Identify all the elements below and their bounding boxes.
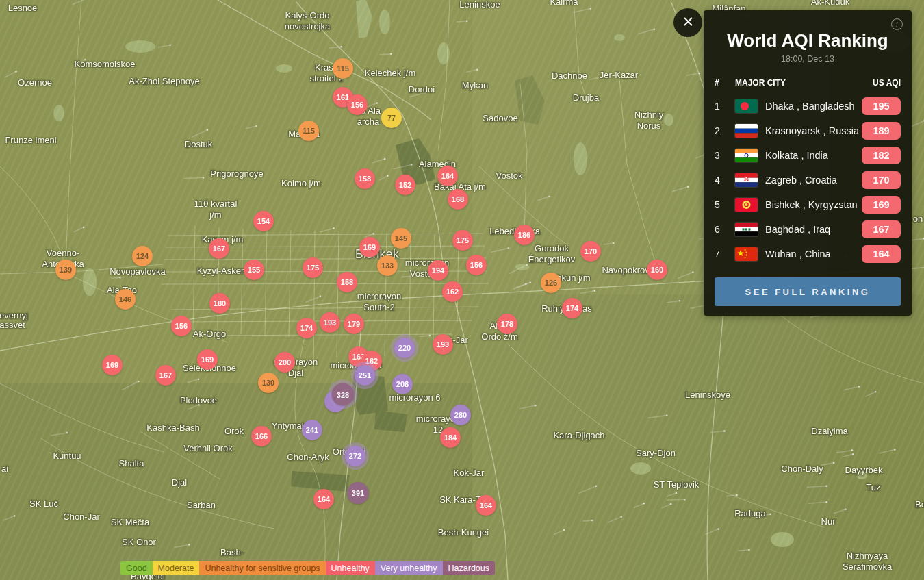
rank-number: 2 (715, 125, 735, 136)
ranking-table-header: # MAJOR CITY US AQI (715, 78, 901, 88)
aqi-marker[interactable]: 328 (332, 383, 355, 406)
aqi-marker[interactable]: 175 (452, 230, 473, 251)
aqi-marker[interactable]: 145 (391, 228, 411, 249)
aqi-marker[interactable]: 180 (209, 293, 230, 314)
aqi-marker[interactable]: 251 (355, 365, 375, 386)
aqi-marker[interactable]: 164 (313, 489, 334, 509)
rank-number: 4 (715, 175, 735, 186)
aqi-marker[interactable]: 164 (437, 166, 458, 186)
ranking-row[interactable]: 5Bishkek , Kyrgyzstan169 (704, 192, 912, 217)
rank-number: 5 (715, 199, 735, 210)
aqi-marker[interactable]: 162 (442, 281, 463, 302)
aqi-marker[interactable]: 280 (450, 405, 471, 425)
aqi-marker[interactable]: 124 (132, 246, 153, 266)
aqi-marker[interactable]: 174 (562, 298, 582, 318)
world-aqi-ranking-panel: i World AQI Ranking 18:00, Dec 13 # MAJO… (704, 10, 912, 316)
map-terrain-shade (0, 383, 472, 580)
info-icon[interactable]: i (891, 18, 903, 30)
ranking-row[interactable]: 7Wuhan , China164 (704, 242, 912, 266)
country-flag-iq (735, 223, 765, 236)
aqi-marker[interactable]: 155 (244, 260, 264, 280)
aqi-marker[interactable]: 156 (347, 94, 368, 115)
aqi-marker[interactable]: 130 (258, 373, 279, 393)
aqi-marker[interactable]: 169 (102, 355, 123, 375)
aqi-marker[interactable]: 115 (298, 121, 319, 141)
aqi-marker[interactable]: 126 (541, 273, 561, 293)
aqi-marker[interactable]: 186 (514, 225, 535, 245)
legend-item-unhealthy-for-sensitive-groups: Unhealthy for sensitive groups (199, 561, 325, 575)
country-flag-kg (735, 198, 765, 212)
legend-item-moderate: Moderate (153, 561, 200, 575)
aqi-marker[interactable]: 272 (345, 446, 365, 466)
column-city: MAJOR CITY (735, 78, 860, 88)
aqi-marker[interactable]: 241 (302, 420, 322, 440)
aqi-marker[interactable]: 193 (433, 334, 453, 355)
aqi-marker[interactable]: 168 (448, 189, 468, 210)
aqi-marker[interactable]: 158 (355, 168, 375, 189)
panel-title: World AQI Ranking (704, 30, 912, 51)
city-name: Bishkek , Kyrgyzstan (765, 199, 862, 210)
aqi-marker[interactable]: 156 (466, 255, 487, 275)
rank-number: 7 (715, 249, 735, 260)
aqi-marker[interactable]: 184 (440, 427, 461, 448)
aqi-badge: 169 (862, 196, 901, 214)
aqi-marker[interactable]: 391 (347, 482, 369, 504)
aqi-marker[interactable]: 167 (209, 238, 229, 259)
aqi-badge: 164 (862, 245, 901, 263)
aqi-marker[interactable]: 156 (171, 316, 192, 336)
aqi-map-app: LesnoeKalys-OrdonovostrojkaLeninskoeKair… (0, 0, 924, 580)
city-name: Wuhan , China (765, 249, 862, 260)
rank-number: 1 (715, 101, 735, 112)
city-name: Zagreb , Croatia (765, 175, 862, 186)
country-flag-hr (735, 173, 765, 187)
ranking-row[interactable]: 3Kolkata , India182 (704, 143, 912, 168)
rank-number: 6 (715, 224, 735, 235)
aqi-marker[interactable]: 170 (580, 241, 601, 262)
aqi-marker[interactable]: 208 (392, 374, 413, 394)
aqi-marker[interactable]: 194 (428, 260, 448, 281)
aqi-marker[interactable]: 164 (476, 495, 496, 516)
column-rank: # (715, 78, 735, 88)
close-ranking-button[interactable] (673, 8, 702, 37)
ranking-row[interactable]: 4Zagreb , Croatia170 (704, 168, 912, 192)
ranking-row[interactable]: 2Krasnoyarsk , Russia189 (704, 118, 912, 143)
country-flag-in (735, 149, 765, 162)
legend-item-very-unhealthy: Very unhealthy (375, 561, 443, 575)
city-name: Baghdad , Iraq (765, 224, 862, 235)
aqi-marker[interactable]: 200 (274, 352, 295, 373)
aqi-marker[interactable]: 220 (394, 338, 415, 358)
aqi-marker[interactable]: 175 (303, 257, 323, 278)
aqi-marker[interactable]: 169 (197, 349, 218, 370)
ranking-row[interactable]: 1Dhaka , Bangladesh195 (704, 94, 912, 118)
aqi-marker[interactable]: 115 (333, 58, 353, 79)
aqi-badge: 170 (862, 171, 901, 189)
aqi-marker[interactable]: 158 (337, 272, 357, 292)
city-name: Dhaka , Bangladesh (765, 101, 862, 112)
aqi-marker[interactable]: 169 (359, 237, 380, 257)
aqi-marker[interactable]: 139 (55, 260, 76, 280)
aqi-legend: GoodModerateUnhealthy for sensitive grou… (120, 561, 495, 575)
aqi-marker[interactable]: 193 (320, 312, 340, 333)
country-flag-ru (735, 124, 765, 138)
see-full-ranking-button[interactable]: SEE FULL RANKING (715, 277, 901, 306)
legend-item-hazardous: Hazardous (443, 561, 495, 575)
aqi-marker[interactable]: 174 (296, 318, 317, 338)
aqi-marker[interactable]: 178 (497, 314, 517, 334)
aqi-marker[interactable]: 152 (395, 175, 415, 195)
ranking-rows: 1Dhaka , Bangladesh1952Krasnoyarsk , Rus… (704, 94, 912, 266)
aqi-badge: 189 (862, 122, 901, 140)
aqi-badge: 195 (862, 97, 901, 115)
aqi-marker[interactable]: 167 (155, 365, 176, 386)
aqi-badge: 182 (862, 147, 901, 164)
ranking-row[interactable]: 6Baghdad , Iraq167 (704, 217, 912, 242)
aqi-marker[interactable]: 77 (381, 108, 402, 128)
legend-item-good: Good (120, 561, 153, 575)
aqi-marker[interactable]: 160 (647, 260, 667, 280)
aqi-marker[interactable]: 166 (251, 426, 272, 446)
aqi-marker[interactable]: 133 (377, 255, 398, 276)
aqi-marker[interactable]: 154 (253, 211, 274, 231)
aqi-marker[interactable]: 179 (344, 314, 364, 334)
panel-timestamp: 18:00, Dec 13 (704, 54, 912, 64)
aqi-marker[interactable]: 146 (115, 289, 136, 310)
map-terrain-shade (472, 294, 924, 580)
